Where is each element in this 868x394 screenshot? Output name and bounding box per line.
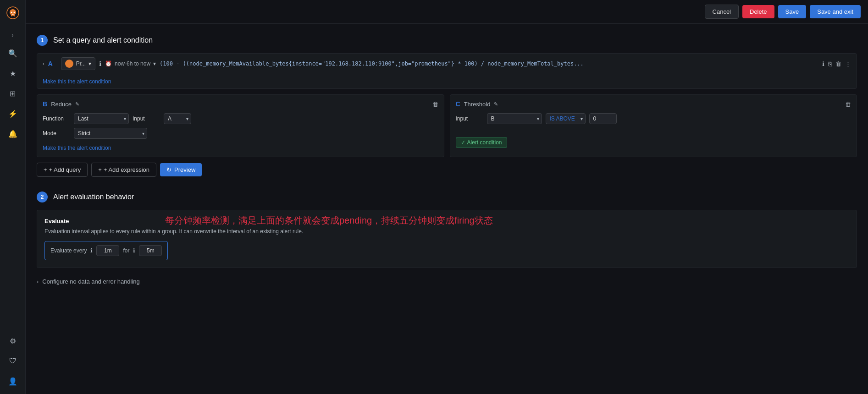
main-content: Cancel Delete Save Save and exit 1 Set a… — [26, 0, 868, 394]
annotation-container: 每分钟频率检测，满足上面的条件就会变成pending，持续五分钟则变成firin… — [37, 210, 857, 268]
configure-label: Configure no data and error handling — [42, 278, 139, 285]
alert-condition-badge: ✓ Alert condition — [456, 137, 507, 148]
preview-button[interactable]: ↻ Preview — [160, 163, 202, 176]
mode-label: Mode — [43, 130, 70, 137]
evaluate-section: Evaluate Evaluation interval applies to … — [37, 210, 857, 268]
sidebar-item-starred[interactable]: ★ — [4, 64, 22, 82]
sidebar-item-profile[interactable]: 👤 — [4, 372, 22, 390]
reduce-card-delete-icon[interactable]: 🗑 — [432, 101, 438, 108]
delete-button[interactable]: Delete — [742, 5, 774, 18]
query-info-icon2[interactable]: ℹ — [822, 60, 824, 67]
query-delete-icon[interactable]: 🗑 — [835, 60, 841, 67]
threshold-input-label: Input — [456, 115, 483, 122]
threshold-card-label: C — [456, 100, 460, 108]
threshold-value-input[interactable] — [589, 113, 617, 124]
make-alert-condition-link-b[interactable]: Make this the alert condition — [43, 145, 111, 151]
sidebar-item-settings[interactable]: ⚙ — [4, 332, 22, 350]
cancel-button[interactable]: Cancel — [705, 5, 739, 19]
svg-point-2 — [13, 12, 15, 13]
query-row-a: › A Pr... ▾ ℹ ⏰ now-6h to now ▾ (100 - (… — [37, 53, 857, 89]
add-expression-label: + Add expression — [104, 166, 149, 173]
query-row-a-header: › A Pr... ▾ ℹ ⏰ now-6h to now ▾ (100 - (… — [37, 54, 857, 74]
time-range-value: now-6h to now — [115, 60, 150, 67]
alert-condition-label: Alert condition — [467, 139, 502, 146]
add-expression-button[interactable]: + + Add expression — [91, 163, 156, 177]
input-select-wrapper-b: A — [164, 113, 191, 124]
for-info-icon[interactable]: ℹ — [133, 247, 135, 254]
threshold-card-header: C Threshold ✎ 🗑 — [456, 100, 851, 108]
condition-select-wrapper: IS ABOVE — [546, 113, 586, 124]
section2-title: Alert evaluation behavior — [53, 193, 134, 201]
reduce-function-row: Function Last Input A — [43, 113, 438, 124]
input-select-b[interactable]: A — [164, 113, 191, 124]
condition-select[interactable]: IS ABOVE — [546, 113, 586, 124]
datasource-chevron-icon: ▾ — [88, 60, 91, 67]
threshold-input-row: Input B IS ABOVE — [456, 113, 851, 124]
time-range-chevron-icon: ▾ — [153, 60, 156, 67]
add-query-button[interactable]: + + Add query — [37, 163, 88, 177]
sidebar-item-alerting[interactable]: ⚡ — [4, 104, 22, 123]
function-select[interactable]: Last — [74, 113, 129, 124]
datasource-button[interactable]: Pr... ▾ — [61, 57, 95, 70]
query-label-a: A — [48, 60, 57, 67]
threshold-input-select[interactable]: B — [487, 113, 542, 124]
reduce-card-footer: Make this the alert condition — [43, 144, 438, 151]
evaluate-every-input[interactable] — [96, 245, 119, 256]
threshold-card-delete-icon[interactable]: 🗑 — [845, 101, 851, 108]
make-alert-condition-link-a[interactable]: Make this the alert condition — [43, 78, 111, 85]
section1-number: 1 — [37, 35, 48, 46]
mode-select-wrapper: Strict — [74, 128, 147, 139]
query-copy-icon[interactable]: ⎘ — [828, 60, 832, 67]
threshold-input-select-wrapper: B — [487, 113, 542, 124]
query-expression: (100 - ((node_memory_MemAvailable_bytes{… — [160, 60, 818, 67]
preview-label: Preview — [174, 166, 195, 173]
function-select-wrapper: Last — [74, 113, 129, 124]
sidebar-collapse-button[interactable]: › — [4, 27, 22, 42]
save-button[interactable]: Save — [778, 5, 807, 18]
evaluate-row: Evaluate every ℹ for ℹ — [44, 241, 168, 260]
sidebar-item-shield[interactable]: 🛡 — [4, 352, 22, 370]
reduce-card-edit-icon[interactable]: ✎ — [75, 101, 79, 107]
sidebar-item-dashboards[interactable]: ⊞ — [4, 84, 22, 103]
save-and-exit-button[interactable]: Save and exit — [810, 5, 861, 18]
add-buttons-row: + + Add query + + Add expression ↻ Previ… — [37, 163, 857, 177]
threshold-card-footer: ✓ Alert condition — [456, 137, 851, 148]
plus-icon-query: + — [44, 166, 47, 173]
configure-expand-icon: › — [37, 278, 39, 285]
sidebar: › 🔍 ★ ⊞ ⚡ 🔔 ⚙ 🛡 👤 — [0, 0, 26, 394]
reduce-card-b: B Reduce ✎ 🗑 Function Last Input — [37, 94, 444, 157]
clock-icon: ⏰ — [105, 60, 112, 67]
sidebar-item-search[interactable]: 🔍 — [4, 44, 22, 62]
section1-title: Set a query and alert condition — [53, 36, 153, 44]
time-range-button[interactable]: ⏰ now-6h to now ▾ — [105, 60, 156, 67]
add-query-label: + Add query — [49, 166, 81, 173]
svg-point-1 — [11, 12, 12, 13]
section2-header: 2 Alert evaluation behavior — [37, 192, 857, 202]
section-query-condition: 1 Set a query and alert condition › A Pr… — [37, 35, 857, 177]
mode-select[interactable]: Strict — [74, 128, 147, 139]
threshold-card-type: Threshold — [464, 101, 491, 108]
for-label: for — [123, 247, 129, 254]
threshold-card-edit-icon[interactable]: ✎ — [494, 101, 498, 107]
plus-icon-expr: + — [98, 166, 102, 173]
query-expand-icon[interactable]: › — [43, 61, 44, 66]
section2-number: 2 — [37, 192, 48, 202]
query-row-a-footer: Make this the alert condition — [37, 74, 857, 88]
topbar: Cancel Delete Save Save and exit — [26, 0, 868, 24]
evaluate-info-icon[interactable]: ℹ — [90, 247, 93, 254]
query-info-icon[interactable]: ℹ — [99, 60, 101, 67]
grafana-logo[interactable] — [4, 4, 22, 22]
section1-header: 1 Set a query and alert condition — [37, 35, 857, 46]
reduce-mode-row: Mode Strict — [43, 128, 438, 139]
query-more-icon[interactable]: ⋮ — [845, 60, 851, 67]
sidebar-item-notifications[interactable]: 🔔 — [4, 125, 22, 143]
threshold-card-c: C Threshold ✎ 🗑 Input B — [450, 94, 857, 157]
section-evaluation-behavior: 2 Alert evaluation behavior 每分钟频率检测，满足上面… — [37, 192, 857, 290]
for-input[interactable] — [139, 245, 162, 256]
evaluate-every-label: Evaluate every — [50, 247, 87, 254]
query-actions: ℹ ⎘ 🗑 ⋮ — [822, 60, 851, 67]
configure-no-data-row[interactable]: › Configure no data and error handling — [37, 274, 857, 290]
reduce-card-type: Reduce — [51, 101, 72, 108]
check-icon: ✓ — [461, 139, 465, 146]
function-label: Function — [43, 115, 70, 122]
